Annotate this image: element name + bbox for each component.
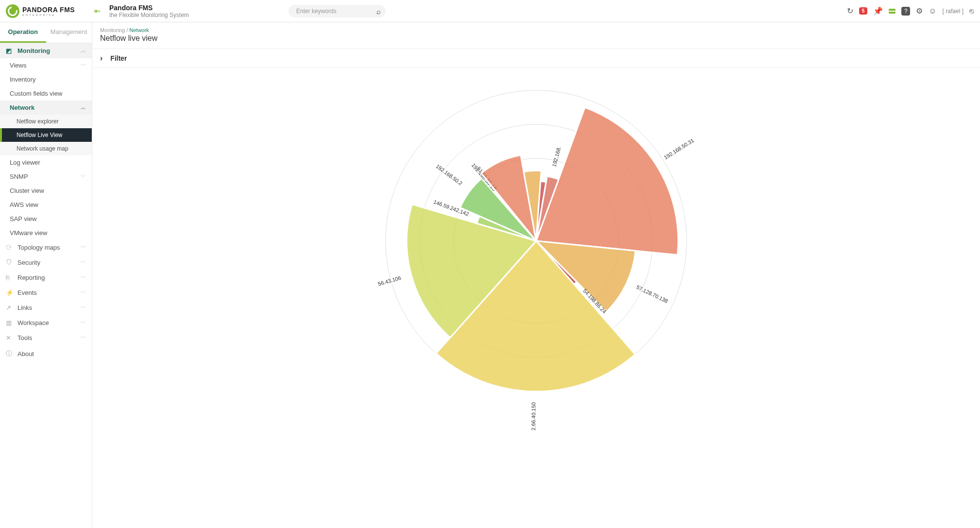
- sidebar-item-about[interactable]: ⓘ About: [0, 345, 92, 362]
- monitoring-icon: ◩: [6, 47, 14, 54]
- status-indicator-icon[interactable]: [889, 9, 896, 14]
- sidebar-item-topology[interactable]: ⚆ Topology maps ﹀: [0, 240, 92, 255]
- links-icon: ↗: [6, 304, 14, 311]
- logo-icon: [6, 4, 19, 18]
- sidebar-collapse-icon[interactable]: ⇤: [94, 6, 101, 16]
- filter-toggle[interactable]: › Filter: [92, 49, 980, 68]
- app-subtitle: the Flexible Monitoring System: [109, 12, 189, 18]
- content: Monitoring / Network Netflow live view ›…: [92, 22, 980, 528]
- sidebar-item-links[interactable]: ↗ Links ﹀: [0, 300, 92, 315]
- gear-icon[interactable]: ⚙: [916, 6, 923, 16]
- sidebar-item-inventory[interactable]: Inventory: [0, 72, 92, 86]
- sidebar-item-monitoring[interactable]: ◩ Monitoring ︿: [0, 43, 92, 58]
- search-input[interactable]: [288, 5, 386, 17]
- tools-icon: ✕: [6, 334, 14, 341]
- slice-label: 57.128.70.138: [636, 284, 669, 304]
- chevron-down-icon: ﹀: [81, 334, 86, 341]
- sidebar-item-tools[interactable]: ✕ Tools ﹀: [0, 330, 92, 345]
- info-icon: ⓘ: [6, 349, 14, 358]
- help-icon[interactable]: ?: [901, 7, 910, 16]
- app-title: Pandora FMS: [109, 4, 189, 12]
- chevron-right-icon: ›: [100, 54, 102, 63]
- slice-label: 56.43.106: [377, 275, 402, 287]
- slice-label: 192.168.: [551, 146, 562, 167]
- sidebar: Operation Management ◩ Monitoring ︿ View…: [0, 22, 92, 528]
- sidebar-item-custom-fields[interactable]: Custom fields view: [0, 86, 92, 101]
- chevron-down-icon: ﹀: [81, 173, 86, 180]
- chevron-up-icon: ︿: [81, 47, 86, 54]
- logo-text: PANDORA FMS ENTERPRISE: [22, 6, 75, 17]
- title-block: Pandora FMS the Flexible Monitoring Syst…: [109, 4, 189, 18]
- sidebar-item-network-usage[interactable]: Network usage map: [0, 142, 92, 155]
- search-icon[interactable]: ⌕: [376, 7, 381, 16]
- sidebar-item-events[interactable]: ⚡ Events ﹀: [0, 285, 92, 300]
- sidebar-tabs: Operation Management: [0, 22, 92, 43]
- chart-area: 192.168.50.3157.128.70.13854.198.86.2417…: [92, 68, 980, 528]
- breadcrumb-bar: Monitoring / Network Netflow live view: [92, 22, 980, 49]
- sidebar-item-log-viewer[interactable]: Log viewer: [0, 155, 92, 170]
- sidebar-item-workspace[interactable]: ▥ Workspace ﹀: [0, 315, 92, 330]
- chevron-down-icon: ﹀: [81, 244, 86, 251]
- alert-badge[interactable]: 5: [859, 7, 868, 15]
- chevron-up-icon: ︿: [81, 104, 86, 111]
- breadcrumb: Monitoring / Network: [100, 27, 972, 33]
- sidebar-item-aws[interactable]: AWS view: [0, 198, 92, 212]
- sidebar-item-cluster[interactable]: Cluster view: [0, 184, 92, 198]
- topbar: PANDORA FMS ENTERPRISE ⇤ Pandora FMS the…: [0, 0, 980, 22]
- chevron-down-icon: ﹀: [81, 62, 86, 69]
- pin-icon[interactable]: 📌: [873, 6, 883, 16]
- tab-management[interactable]: Management: [46, 22, 92, 43]
- logout-icon[interactable]: ⎋: [969, 7, 974, 16]
- page-title: Netflow live view: [100, 34, 972, 47]
- sidebar-item-reporting[interactable]: ⎘ Reporting ﹀: [0, 270, 92, 285]
- slice-label: 192.168.50.2: [435, 163, 463, 187]
- slice-label: 192.168.50.31: [663, 137, 695, 161]
- sidebar-item-security[interactable]: ⛉ Security ﹀: [0, 255, 92, 270]
- filter-label: Filter: [110, 54, 127, 62]
- username[interactable]: [ rafael ]: [943, 8, 963, 15]
- reporting-icon: ⎘: [6, 274, 14, 281]
- sidebar-item-netflow-live[interactable]: Netflow Live View: [0, 128, 92, 142]
- chevron-down-icon: ﹀: [81, 289, 86, 296]
- refresh-icon[interactable]: ↻: [847, 6, 853, 16]
- sidebar-item-sap[interactable]: SAP view: [0, 212, 92, 226]
- sidebar-item-network[interactable]: Network ︿: [0, 101, 92, 115]
- workspace-icon: ▥: [6, 319, 14, 326]
- slice-label: 172.66.40.150: [530, 402, 536, 430]
- user-icon[interactable]: ☺: [929, 7, 936, 16]
- chevron-down-icon: ﹀: [81, 274, 86, 281]
- top-icons: ↻ 5 📌 ? ⚙ ☺ [ rafael ] ⎋: [847, 6, 974, 16]
- chevron-down-icon: ﹀: [81, 259, 86, 266]
- sidebar-item-snmp[interactable]: SNMP ﹀: [0, 170, 92, 184]
- chevron-down-icon: ﹀: [81, 319, 86, 326]
- topology-icon: ⚆: [6, 244, 14, 251]
- tab-operation[interactable]: Operation: [0, 22, 46, 43]
- chevron-down-icon: ﹀: [81, 304, 86, 311]
- netflow-pie-chart[interactable]: 192.168.50.3157.128.70.13854.198.86.2417…: [356, 71, 716, 430]
- events-icon: ⚡: [6, 289, 14, 296]
- sidebar-item-netflow-explorer[interactable]: Netflow explorer: [0, 115, 92, 128]
- sidebar-item-vmware[interactable]: VMware view: [0, 226, 92, 240]
- shield-icon: ⛉: [6, 259, 14, 266]
- search-wrap: ⌕: [288, 5, 386, 17]
- sidebar-item-views[interactable]: Views ﹀: [0, 58, 92, 72]
- logo: PANDORA FMS ENTERPRISE: [6, 4, 92, 18]
